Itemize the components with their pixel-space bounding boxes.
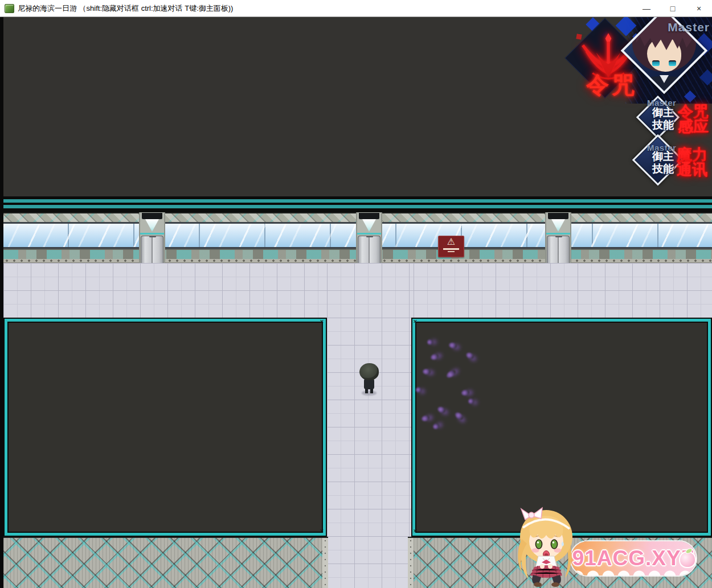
- floor-corridor: [327, 263, 411, 588]
- skill-owner-line2: 技能: [648, 119, 678, 131]
- corner-screw-icon: ✕: [319, 319, 325, 324]
- elevator-lamp-icon: [145, 219, 159, 232]
- elevator-lamp-icon: [362, 219, 376, 232]
- command-seal-label: 令咒: [582, 69, 641, 101]
- dark-room-left: [3, 318, 327, 537]
- elevator-trim: [357, 233, 381, 235]
- watermark-badge: 91ACG.XYZ: [571, 541, 696, 575]
- maximize-button[interactable]: □: [660, 0, 686, 17]
- game-viewport: ⚠ ✕ ✕ ✕ ✕: [0, 17, 712, 588]
- skill-owner-label: 御主 技能: [648, 150, 678, 175]
- elevator-left: [139, 212, 165, 263]
- window-controls: — □ ×: [633, 0, 712, 17]
- corridor-edge-column: [408, 537, 414, 588]
- elevator-lamp-housing: [548, 213, 568, 219]
- skill-owner-label: 御主 技能: [648, 106, 678, 131]
- skill-owner-line2: 技能: [648, 163, 678, 175]
- elevator-trim: [546, 233, 570, 235]
- elevator-doors: [141, 236, 163, 263]
- elevator-doors: [547, 236, 570, 263]
- close-button[interactable]: ×: [686, 0, 712, 17]
- window-title: 尼禄的海滨一日游 （shift:隐藏对话框 ctrl:加速对话 T键:御主面板)…: [18, 3, 233, 14]
- elevator-doors: [358, 236, 380, 263]
- skill-owner-line1: 御主: [648, 106, 678, 119]
- corner-screw-icon: ✕: [412, 528, 418, 534]
- elevator-center: [356, 212, 382, 263]
- sign-text-bar: [443, 248, 459, 250]
- warning-icon: ⚠: [447, 237, 455, 247]
- peach-icon: [679, 551, 696, 568]
- player-hair: [359, 363, 379, 380]
- master-label: Master: [668, 20, 710, 34]
- title-bar: 尼禄的海滨一日游 （shift:隐藏对话框 ctrl:加速对话 T键:御主面板)…: [0, 0, 712, 17]
- watermark-site-text: 91ACG.XYZ: [571, 546, 696, 570]
- elevator-lamp-housing: [359, 213, 379, 219]
- rpg-maker-app-icon: [5, 4, 14, 13]
- skill-name-line1: 魔力: [674, 147, 710, 162]
- elevator-right: [545, 212, 571, 263]
- portrait-eye: [669, 60, 676, 66]
- app-window: 尼禄的海滨一日游 （shift:隐藏对话框 ctrl:加速对话 T键:御主面板)…: [0, 0, 712, 588]
- wall-teal-stripes: [3, 196, 712, 212]
- skill-name-label: 魔力 通讯: [674, 147, 710, 177]
- portrait-eye: [652, 60, 660, 66]
- warning-sign: ⚠: [438, 236, 464, 257]
- skill-name-line2: 通讯: [674, 162, 710, 177]
- elevator-trim: [140, 233, 164, 235]
- player-character: [359, 363, 379, 396]
- corner-screw-icon: ✕: [412, 319, 418, 324]
- skill-name-label: 令咒 感应: [676, 104, 711, 134]
- skill-owner-line1: 御主: [648, 150, 678, 163]
- sign-text-bar: [448, 251, 455, 252]
- corridor-edge-column: [322, 537, 328, 588]
- watermark-chibi-girl: [512, 504, 582, 588]
- elevator-lamp-icon: [551, 219, 565, 232]
- elevator-lamp-housing: [142, 213, 162, 219]
- skill-name-line2: 感应: [676, 119, 711, 134]
- corner-screw-icon: ✕: [319, 528, 325, 534]
- bottom-wall-left: [3, 537, 322, 588]
- minimize-button[interactable]: —: [633, 0, 660, 17]
- skill-name-line1: 令咒: [676, 104, 711, 119]
